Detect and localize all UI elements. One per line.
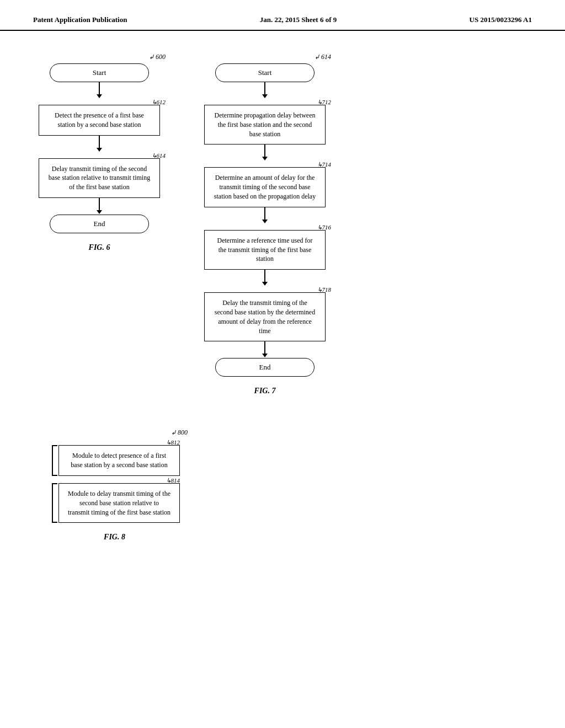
fig8-bracket814 [50,483,58,523]
fig8-item814-inner: Module to delay transmit timing of the s… [50,483,180,523]
fig7-step716-wrapper: ↳716 Determine a reference time used for… [199,224,331,270]
header-left: Patent Application Publication [33,15,127,24]
fig6-arrow-1 [97,82,102,99]
page-content: ↲ 600 Start ↳612 Detect the presence of … [0,31,565,597]
fig8-box814: Module to delay transmit timing of the s… [58,483,180,523]
fig7-step716: Determine a reference time used for the … [204,230,326,270]
fig6-step612-wrapper: ↳612 Detect the presence of a first base… [33,99,166,136]
fig8-item812-inner: Module to detect presence of a first bas… [50,445,180,476]
fig6-step612: Detect the presence of a first base stat… [39,105,160,136]
fig7-arrow-3 [262,207,268,224]
fig8-bracket812-shape [52,445,57,476]
fig8-label: FIG. 8 [104,533,125,542]
fig7-diagram: ↲ 614 Start ↳712 Determine propagation d… [199,53,331,395]
fig7-step714: Determine an amount of delay for the tra… [204,167,326,207]
fig6-arrow-2 [97,136,102,152]
fig7-diag-number-area: ↲ 614 [199,53,331,61]
fig8-bracket812 [50,445,58,476]
fig7-diagram-num: ↲ 614 [315,53,331,61]
fig8-diagram-num: ↲ 800 [171,429,188,437]
fig6-end-node: End [33,215,166,233]
fig7-step714-wrapper: ↳714 Determine an amount of delay for th… [199,161,331,207]
fig7-label: FIG. 7 [254,387,276,395]
fig8-item814-wrapper: ↳814 Module to delay transmit timing of … [50,477,180,523]
bottom-diagrams-row: ↲ 800 ↳812 Module to detect presence of … [33,429,532,542]
fig7-start: Start [215,63,315,82]
fig7-step712: Determine propagation delay between the … [204,105,326,144]
fig7-end: End [215,358,315,377]
fig7-arrow-4 [262,270,268,286]
fig7-arrow-2 [262,144,268,161]
fig6-start: Start [50,63,149,82]
fig7-arrow-5 [262,341,268,358]
fig6-step614-wrapper: ↳614 Delay transmit timing of the second… [33,152,166,198]
fig6-end: End [50,215,149,233]
fig7-step718-wrapper: ↳718 Delay the transmit timing of the se… [199,286,331,341]
fig6-step614: Delay transmit timing of the second base… [39,158,160,198]
fig8-box812: Module to detect presence of a first bas… [58,445,180,476]
fig7-end-node: End [199,358,331,377]
fig8-diag-number-area: ↲ 800 [33,429,188,437]
fig6-label: FIG. 6 [89,243,110,252]
top-diagrams-row: ↲ 600 Start ↳612 Detect the presence of … [33,53,532,395]
fig6-diagram-num: ↲ 600 [149,53,166,61]
fig6-start-node: Start [33,63,166,82]
fig6-diagram: ↲ 600 Start ↳612 Detect the presence of … [33,53,166,252]
header-center: Jan. 22, 2015 Sheet 6 of 9 [260,15,337,24]
fig7-step712-wrapper: ↳712 Determine propagation delay between… [199,99,331,144]
fig6-arrow-3 [97,198,102,215]
fig7-step718: Delay the transmit timing of the second … [204,292,326,341]
fig7-start-node: Start [199,63,331,82]
fig8-bracket814-shape [52,483,57,523]
fig8-item812-wrapper: ↳812 Module to detect presence of a firs… [50,439,180,476]
fig6-diag-number-area: ↲ 600 [33,53,166,61]
fig8-diagram: ↲ 800 ↳812 Module to detect presence of … [33,429,188,542]
header-right: US 2015/0023296 A1 [470,15,532,24]
page-header: Patent Application Publication Jan. 22, … [0,0,565,31]
fig7-arrow-1 [262,82,268,99]
